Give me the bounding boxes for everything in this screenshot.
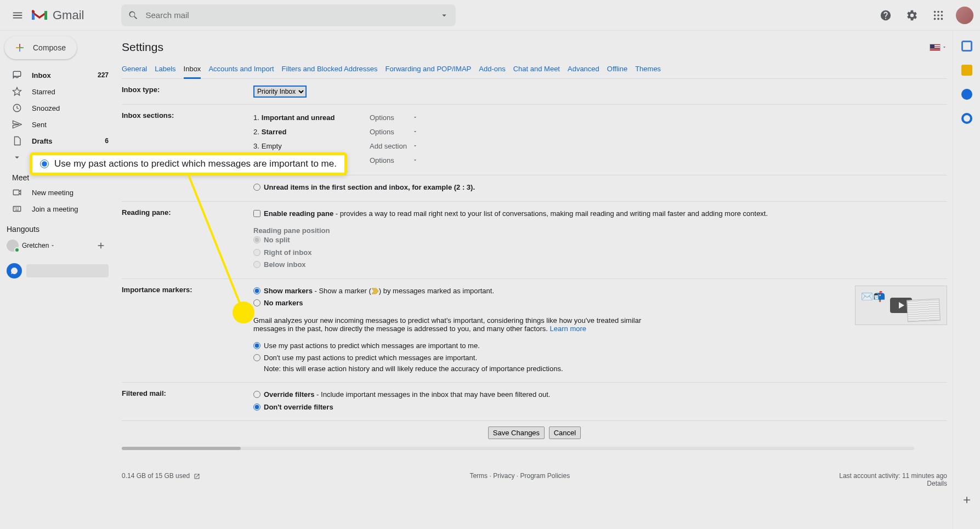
new-meeting-button[interactable]: New meeting [0,184,115,201]
sent-icon [12,120,22,129]
chat-bubble-icon [7,263,22,278]
enable-reading-pane-checkbox[interactable] [253,210,260,217]
importance-video-thumb[interactable]: ✉️📬 [855,286,947,325]
importance-markers-label: Importance markers: [122,286,253,376]
nav-starred[interactable]: Starred [0,83,115,100]
drafts-icon [12,136,22,146]
contacts-addon-button[interactable] [961,113,972,124]
gmail-icon [31,9,48,22]
details-link[interactable]: Details [927,480,947,487]
account-avatar[interactable] [956,7,973,24]
page-title: Settings [122,41,163,54]
svg-point-9 [941,14,943,16]
support-button[interactable] [875,4,897,26]
dont-use-past-actions-label: Don't use my past actions to predict whi… [264,354,477,362]
keyboard-icon [12,204,22,214]
privacy-link[interactable]: Privacy [493,472,514,480]
importance-marker-icon [371,288,379,294]
dont-override-filters-radio[interactable] [253,403,260,411]
inbox-type-select[interactable]: Priority Inbox [253,86,307,98]
tab-accounts[interactable]: Accounts and Import [208,60,274,78]
compose-label: Compose [33,43,66,52]
policies-link[interactable]: Program Policies [520,472,570,480]
override-filters-radio[interactable] [253,391,260,398]
callout-radio [40,160,49,168]
search-input[interactable] [145,10,439,20]
tab-addons[interactable]: Add-ons [479,60,505,78]
search-options-icon[interactable] [439,10,449,20]
cancel-button[interactable]: Cancel [549,426,581,439]
dont-use-note: Note: this will erase action history and… [264,365,563,373]
settings-button[interactable] [901,4,923,26]
right-of-inbox-radio [253,249,260,256]
storage-used: 0.14 GB of 15 GB used [122,472,190,480]
nav-snoozed[interactable]: Snoozed [0,100,115,116]
show-markers-radio[interactable] [253,287,260,294]
compose-button[interactable]: Compose [4,36,77,59]
search-icon [128,10,139,21]
tab-forwarding[interactable]: Forwarding and POP/IMAP [385,60,471,78]
inbox-section-row: 1.Important and unreadOptions [253,111,947,123]
unread-items-radio[interactable] [253,184,260,191]
nav-inbox[interactable]: Inbox 227 [0,67,115,83]
search-bar[interactable] [121,4,456,26]
new-hangout-button[interactable] [93,238,109,253]
nav-sent[interactable]: Sent [0,116,115,133]
section-options-button[interactable]: Options [365,154,422,166]
input-language-button[interactable] [930,44,947,51]
section-options-button[interactable]: Options [365,111,422,123]
clock-icon [12,103,22,113]
nav-drafts[interactable]: Drafts 6 [0,133,115,149]
tab-offline[interactable]: Offline [607,60,627,78]
no-markers-radio[interactable] [253,299,260,306]
tasks-addon-button[interactable] [961,89,972,100]
keep-addon-button[interactable] [961,65,972,76]
apps-button[interactable] [927,4,949,26]
svg-point-7 [934,14,936,16]
tab-labels[interactable]: Labels [155,60,175,78]
hangouts-self[interactable]: Gretchen [0,236,115,255]
logo-text: Gmail [53,8,84,22]
dont-use-past-actions-radio[interactable] [253,354,260,361]
video-icon [12,187,22,197]
learn-more-link[interactable]: Learn more [550,325,586,333]
tab-filters[interactable]: Filters and Blocked Addresses [282,60,378,78]
hangouts-chat-row[interactable] [0,260,115,282]
chevron-down-icon[interactable] [50,243,55,248]
get-addons-button[interactable] [961,494,972,507]
open-in-new-icon[interactable] [194,473,200,480]
below-inbox-radio [253,261,260,268]
tab-chat[interactable]: Chat and Meet [513,60,560,78]
inbox-section-row: 4.Everything elseOptions [253,154,947,166]
chevron-down-icon [12,152,22,162]
use-past-actions-radio[interactable] [253,342,260,349]
svg-rect-3 [44,11,47,20]
tab-advanced[interactable]: Advanced [568,60,599,78]
calendar-addon-button[interactable] [961,41,972,52]
tab-general[interactable]: General [122,60,147,78]
mail-decorative-icon: ✉️📬 [861,291,885,303]
compose-plus-icon [12,40,27,55]
section-options-button[interactable]: Options [365,126,422,138]
save-changes-button[interactable]: Save Changes [488,426,545,439]
terms-link[interactable]: Terms [469,472,488,480]
chevron-down-icon [942,44,947,50]
filtered-mail-label: Filtered mail: [122,389,253,414]
main-menu-button[interactable] [7,4,29,26]
svg-point-12 [941,18,943,20]
section-options-button[interactable]: Add section [365,140,422,152]
unread-items-label: Unread items in the first section and in… [264,183,475,191]
hangouts-avatar [7,240,19,252]
inbox-section-row: 3.EmptyAdd section [253,140,947,152]
join-meeting-button[interactable]: Join a meeting [0,201,115,217]
gmail-logo[interactable]: Gmail [31,8,84,22]
tab-inbox[interactable]: Inbox [184,60,201,79]
inbox-section-row: 2.StarredOptions [253,126,947,138]
reading-pane-position-header: Reading pane position [253,226,330,235]
svg-point-6 [941,10,943,13]
inbox-icon [12,70,22,80]
account-activity: Last account activity: 11 minutes ago [839,472,947,480]
presence-dot [14,247,20,253]
tab-themes[interactable]: Themes [635,60,661,78]
svg-point-5 [937,10,939,13]
